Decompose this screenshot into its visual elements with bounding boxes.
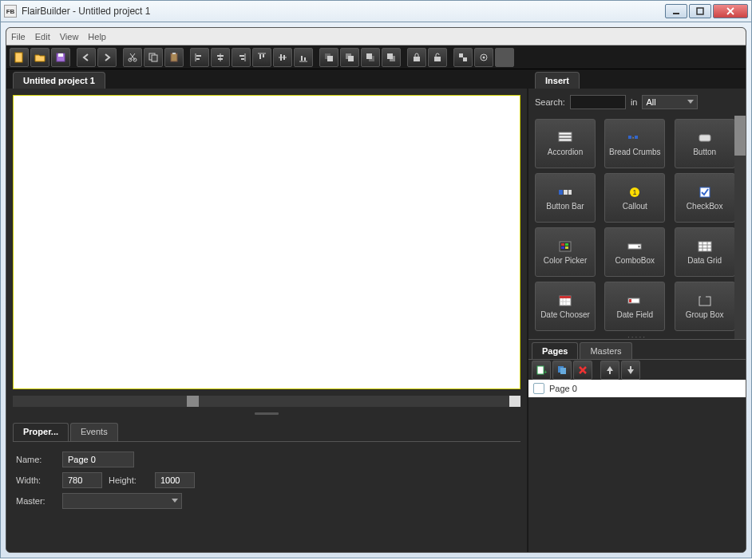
name-input[interactable] [62, 452, 134, 467]
menu-help[interactable]: Help [88, 32, 106, 41]
svg-rect-26 [263, 54, 264, 57]
bring-front-button[interactable] [319, 48, 338, 67]
svg-rect-23 [241, 58, 244, 60]
component-callout[interactable]: 1Callout [604, 173, 665, 223]
search-label: Search: [535, 97, 565, 107]
open-button[interactable] [30, 48, 49, 67]
svg-rect-55 [564, 190, 568, 195]
component-date-field[interactable]: Date Field [604, 282, 665, 331]
canvas-h-scrollbar[interactable] [13, 396, 520, 407]
svg-rect-56 [568, 190, 572, 195]
menu-file[interactable]: File [11, 32, 26, 41]
properties-panel: Proper... Events Name: Width: Hei [6, 416, 527, 552]
component-accordion[interactable]: Accordion [535, 119, 596, 168]
lock-button[interactable] [407, 48, 426, 67]
undo-button[interactable] [77, 48, 96, 67]
align-bottom-button[interactable] [294, 48, 313, 67]
svg-rect-31 [301, 56, 303, 61]
align-left-button[interactable] [190, 48, 209, 67]
svg-rect-47 [559, 132, 572, 135]
canvas-tabs: Untitled project 1 [6, 69, 527, 89]
checkbox-icon [698, 186, 712, 199]
svg-rect-72 [560, 296, 571, 298]
component-group-box[interactable]: Group Box [675, 282, 735, 331]
tab-insert[interactable]: Insert [535, 72, 580, 89]
move-down-button[interactable] [621, 361, 640, 380]
svg-rect-78 [699, 297, 710, 306]
page-icon [533, 383, 544, 394]
cut-button[interactable] [123, 48, 142, 67]
ungroup-button[interactable] [474, 48, 493, 67]
master-select[interactable] [62, 493, 182, 509]
component-label: Data Grid [687, 256, 722, 265]
canvas-tab-active[interactable]: Untitled project 1 [13, 72, 105, 89]
window-title: FlairBuilder - Untitled project 1 [22, 6, 665, 17]
new-button[interactable] [10, 48, 29, 67]
extra-button[interactable] [495, 48, 514, 67]
component-label: Button [693, 148, 716, 156]
bring-forward-button[interactable] [340, 48, 359, 67]
tab-pages[interactable]: Pages [532, 342, 578, 359]
search-input[interactable] [570, 95, 626, 109]
color-picker-icon [558, 240, 572, 253]
canvas-area [6, 89, 527, 396]
menu-edit[interactable]: Edit [35, 32, 50, 41]
component-checkbox[interactable]: CheckBox [675, 173, 735, 223]
align-top-button[interactable] [252, 48, 271, 67]
minimize-button[interactable] [665, 4, 687, 18]
duplicate-page-button[interactable] [552, 361, 572, 380]
width-input[interactable] [62, 472, 102, 488]
component-date-chooser[interactable]: Date Chooser [535, 282, 596, 331]
svg-rect-36 [348, 56, 354, 61]
horizontal-splitter[interactable] [6, 410, 527, 416]
titlebar[interactable]: FB FlairBuilder - Untitled project 1 [0, 0, 752, 22]
components-grid: Accordion›Bread CrumbsButtonButton Bar1C… [528, 116, 746, 334]
save-button[interactable] [51, 48, 70, 67]
close-button[interactable] [713, 4, 748, 18]
send-back-button[interactable] [382, 48, 401, 67]
component-button[interactable]: Button [675, 119, 735, 168]
tab-masters[interactable]: Masters [580, 342, 631, 359]
align-right-button[interactable] [232, 48, 251, 67]
callout-icon: 1 [627, 186, 642, 199]
tab-events[interactable]: Events [70, 423, 118, 441]
redo-button[interactable] [97, 48, 117, 67]
date-field-icon [627, 294, 642, 307]
svg-rect-16 [196, 55, 201, 57]
svg-rect-62 [565, 243, 568, 246]
svg-rect-53 [699, 135, 710, 141]
accordion-icon [558, 132, 572, 144]
delete-page-button[interactable] [573, 361, 592, 380]
button-bar-icon [558, 186, 572, 199]
component-label: CheckBox [687, 202, 723, 211]
align-center-h-button[interactable] [211, 48, 230, 67]
send-backward-button[interactable] [361, 48, 380, 67]
component-data-grid[interactable]: Data Grid [675, 227, 735, 277]
filter-select[interactable]: All [642, 95, 698, 109]
group-button[interactable] [453, 48, 473, 67]
component-color-picker[interactable]: Color Picker [535, 227, 596, 277]
svg-rect-29 [283, 55, 285, 60]
svg-rect-48 [559, 136, 572, 138]
component-button-bar[interactable]: Button Bar [535, 173, 596, 223]
svg-rect-66 [699, 242, 711, 251]
menu-view[interactable]: View [60, 32, 79, 41]
paste-button[interactable] [164, 48, 184, 67]
svg-rect-41 [414, 57, 420, 61]
svg-rect-43 [459, 53, 463, 57]
move-up-button[interactable] [600, 361, 619, 380]
component-bread-crumbs[interactable]: ›Bread Crumbs [604, 119, 665, 168]
copy-button[interactable] [144, 48, 163, 67]
maximize-button[interactable] [689, 4, 711, 18]
svg-rect-13 [171, 53, 177, 61]
height-input[interactable] [155, 472, 195, 488]
page-canvas[interactable] [13, 95, 520, 389]
height-label: Height: [109, 475, 148, 485]
align-center-v-button[interactable] [273, 48, 292, 67]
component-combobox[interactable]: ComboBox [604, 227, 665, 277]
unlock-button[interactable] [428, 48, 447, 67]
tab-properties[interactable]: Proper... [13, 423, 69, 441]
new-page-button[interactable]: + [532, 361, 551, 380]
components-v-scrollbar[interactable] [734, 116, 746, 339]
page-item[interactable]: Page 0 [528, 380, 746, 397]
